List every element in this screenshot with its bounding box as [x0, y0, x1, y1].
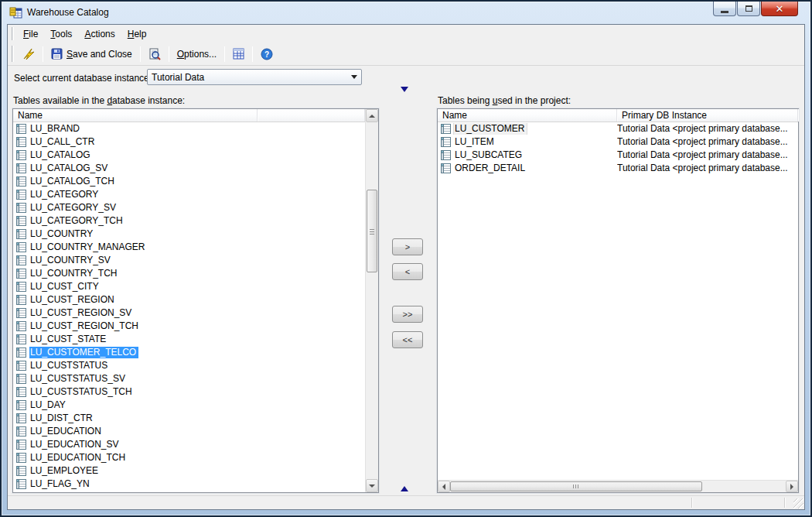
table-icon	[15, 308, 27, 319]
table-icon	[15, 282, 27, 293]
table-row[interactable]: LU_CUSTSTATUS_SV	[13, 372, 365, 385]
table-row[interactable]: LU_CUSTSTATUS	[13, 359, 365, 372]
add-table-button[interactable]: >	[392, 238, 423, 255]
toolbar-separator	[140, 46, 141, 62]
menu-bar: File Tools Actions Help	[8, 25, 804, 43]
table-name: LU_CUSTSTATUS	[29, 360, 110, 371]
table-row[interactable]: LU_COUNTRY_SV	[13, 254, 365, 267]
options-label: Options...	[177, 49, 217, 60]
collapse-up-arrow[interactable]	[401, 486, 408, 491]
dropdown-selected-value: Tutorial Data	[148, 72, 347, 83]
column-header-empty[interactable]	[258, 109, 365, 122]
table-icon	[15, 203, 27, 214]
toolbar-grip[interactable]	[12, 46, 14, 61]
table-row[interactable]: LU_CUSTOMER_TELCO	[13, 346, 365, 359]
scroll-up-button[interactable]	[366, 109, 378, 122]
primary-db-instance: Tutorial Data <project primary database.…	[617, 149, 798, 161]
menu-help[interactable]: Help	[121, 26, 153, 42]
table-name: LU_COUNTRY_TCH	[29, 268, 119, 279]
table-row[interactable]: LU_DAY	[13, 399, 365, 412]
dropdown-arrow-zone[interactable]	[347, 75, 361, 79]
resize-grip[interactable]	[793, 498, 803, 508]
database-instance-dropdown[interactable]: Tutorial Data	[147, 69, 362, 85]
maximize-button[interactable]	[737, 2, 760, 16]
arrow-up-icon	[369, 115, 375, 118]
horizontal-scrollbar[interactable]	[438, 480, 798, 492]
remove-table-button[interactable]: <	[392, 263, 423, 280]
remove-all-tables-button[interactable]: <<	[392, 331, 423, 348]
save-and-close-button[interactable]: Save and Close	[46, 45, 138, 63]
execute-button[interactable]	[17, 45, 40, 63]
title-bar[interactable]: Warehouse Catalog ✕	[3, 2, 809, 23]
add-all-tables-button[interactable]: >>	[392, 306, 423, 323]
scrollbar-thumb[interactable]	[367, 190, 377, 272]
table-icon	[15, 255, 27, 266]
table-row[interactable]: LU_CUST_CITY	[13, 280, 365, 293]
column-header-name[interactable]: Name	[438, 109, 617, 122]
menu-actions[interactable]: Actions	[78, 26, 121, 42]
table-row[interactable]: LU_CATEGORY_SV	[13, 201, 365, 214]
table-row[interactable]: LU_CUSTOMERTutorial Data <project primar…	[438, 122, 798, 135]
close-button[interactable]: ✕	[761, 2, 798, 16]
collapse-down-arrow[interactable]	[401, 87, 408, 92]
table-name: LU_CUSTOMER_TELCO	[29, 347, 138, 358]
table-row[interactable]: LU_ITEMTutorial Data <project primary da…	[438, 135, 798, 149]
table-row[interactable]: LU_EDUCATION	[13, 425, 365, 438]
table-view-button[interactable]	[227, 45, 250, 63]
minimize-icon	[721, 11, 728, 13]
table-icon	[15, 229, 27, 240]
status-bar	[8, 495, 804, 509]
used-tables-header: Name Primary DB Instance	[438, 109, 798, 122]
table-row[interactable]: LU_CATALOG_SV	[13, 162, 365, 175]
table-icon	[15, 413, 27, 424]
vertical-scrollbar[interactable]	[365, 109, 378, 492]
table-row[interactable]: LU_EMPLOYEE	[13, 464, 365, 478]
menu-file[interactable]: File	[17, 26, 44, 42]
table-row[interactable]: LU_CUST_REGION_TCH	[13, 320, 365, 333]
menu-tools[interactable]: Tools	[44, 26, 78, 42]
table-row[interactable]: LU_COUNTRY	[13, 228, 365, 241]
table-row[interactable]: LU_BRAND	[13, 122, 365, 135]
column-header-primary-db[interactable]: Primary DB Instance	[617, 109, 798, 122]
table-icon	[15, 453, 27, 464]
table-row[interactable]: LU_CUST_REGION	[13, 293, 365, 306]
toolbar-separator	[43, 46, 43, 62]
scroll-right-button[interactable]	[786, 481, 798, 492]
table-row[interactable]: LU_CATALOG	[13, 149, 365, 162]
table-row[interactable]: LU_COUNTRY_TCH	[13, 267, 365, 280]
table-row[interactable]: LU_SUBCATEGTutorial Data <project primar…	[438, 149, 798, 162]
scroll-down-button[interactable]	[366, 479, 378, 492]
table-row[interactable]: LU_CATEGORY_TCH	[13, 214, 365, 228]
table-row[interactable]: ORDER_DETAILTutorial Data <project prima…	[438, 162, 798, 175]
table-row[interactable]: LU_EDUCATION_TCH	[13, 451, 365, 464]
thumb-grip	[573, 484, 579, 488]
table-row[interactable]: LU_CUST_REGION_SV	[13, 306, 365, 320]
preview-button[interactable]	[143, 45, 166, 63]
table-row[interactable]: LU_CUSTSTATUS_TCH	[13, 385, 365, 399]
table-row[interactable]: LU_DIST_CTR	[13, 412, 365, 425]
table-row[interactable]: LU_CUST_STATE	[13, 333, 365, 346]
table-row[interactable]: LU_CATALOG_TCH	[13, 175, 365, 188]
table-row[interactable]: LU_FLAG_YN	[13, 478, 365, 491]
table-name: LU_CATEGORY_SV	[29, 202, 118, 214]
menubar-grip[interactable]	[12, 27, 14, 39]
options-button[interactable]: Options...	[172, 46, 222, 63]
minimize-button[interactable]	[713, 2, 736, 16]
table-name: LU_BRAND	[29, 123, 82, 135]
table-icon	[15, 295, 27, 306]
table-name: LU_EMPLOYEE	[29, 465, 101, 477]
table-row[interactable]: LU_EDUCATION_SV	[13, 438, 365, 451]
primary-db-instance: Tutorial Data <project primary database.…	[617, 163, 798, 174]
table-icon	[15, 361, 27, 371]
help-button[interactable]: ?	[255, 45, 278, 63]
table-icon	[15, 374, 27, 385]
primary-db-instance: Tutorial Data <project primary database.…	[617, 136, 798, 148]
client-area: File Tools Actions Help	[7, 24, 805, 510]
table-row[interactable]: LU_COUNTRY_MANAGER	[13, 241, 365, 254]
table-row[interactable]: LU_CATEGORY	[13, 188, 365, 201]
column-header-name[interactable]: Name	[13, 109, 258, 122]
scroll-left-button[interactable]	[438, 481, 450, 492]
scrollbar-thumb[interactable]	[450, 481, 702, 491]
table-row[interactable]: LU_CALL_CTR	[13, 135, 365, 149]
instance-selector-label: Select current database instance	[14, 73, 149, 84]
